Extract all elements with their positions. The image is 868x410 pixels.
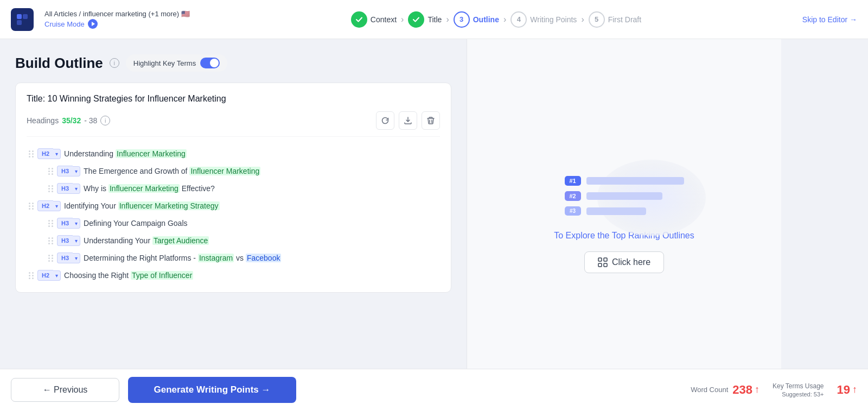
step-label-outline: Outline [473, 15, 499, 24]
flag-icon: 🇺🇸 [181, 10, 190, 18]
h-dropdown[interactable]: ▾ [53, 149, 61, 159]
step-label-first-draft: First Draft [608, 15, 641, 24]
ranking-visual: #1 #2 #3 [565, 176, 684, 216]
h-tag: H3 [57, 218, 73, 229]
drag-handle[interactable] [29, 150, 34, 157]
h-tag: H2 [37, 200, 53, 211]
item-text: Choosing the Right Type of Influencer [64, 271, 438, 280]
footer-stats: Word Count 238 ↑ Key Terms Usage Suggest… [691, 382, 857, 398]
heading-badge-h3: H3 ▾ [57, 253, 80, 263]
generate-writing-points-button[interactable]: Generate Writing Points → [128, 377, 296, 403]
skip-to-editor-link[interactable]: Skip to Editor → [802, 15, 857, 24]
heading-badge-h3: H3 ▾ [57, 218, 80, 229]
rank-badge-1: #1 [565, 176, 581, 186]
key-terms-group: Key Terms Usage Suggested: 53+ [773, 382, 824, 398]
main-content: Build Outline i Highlight Key Terms Titl… [0, 39, 868, 410]
generate-label: Generate Writing Points → [154, 384, 270, 395]
h-dropdown[interactable]: ▾ [73, 166, 80, 176]
click-here-button[interactable]: Click here [584, 251, 664, 273]
headings-label: Headings 35/32 - 38 i [27, 116, 110, 125]
outline-item: H3 ▾ Defining Your Campaign Goals [27, 215, 440, 231]
word-count-value: 238 ↑ [732, 383, 760, 397]
breadcrumb: All Articles / influencer marketing (+1 … [44, 10, 190, 18]
drag-handle[interactable] [48, 255, 54, 262]
outline-item: H3 ▾ The Emergence and Growth of Influen… [27, 163, 440, 179]
step-label-writing-points: Writing Points [530, 15, 577, 24]
panel-title: Build Outline [15, 55, 103, 72]
h-dropdown[interactable]: ▾ [53, 270, 61, 281]
drag-handle[interactable] [29, 203, 34, 210]
h-dropdown[interactable]: ▾ [73, 218, 80, 229]
outline-item: H3 ▾ Understanding Your Target Audience [27, 232, 440, 249]
headings-range: - 38 [84, 116, 97, 125]
highlight-green: Influencer Marketing [108, 184, 180, 193]
headings-count: 35/32 [62, 116, 81, 125]
heading-badge-h3: H3 ▾ [57, 235, 80, 246]
toggle-switch[interactable] [200, 58, 220, 68]
h-dropdown[interactable]: ▾ [73, 236, 80, 246]
highlight-green: Target Audience [152, 236, 209, 245]
heading-badge-h2: H2 ▾ [37, 270, 61, 281]
item-text: Why is Influencer Marketing Effective? [84, 184, 438, 193]
step-context[interactable]: Context [351, 11, 397, 28]
item-text: Understanding Influencer Marketing [64, 149, 438, 158]
outline-item: H2 ▾ Identifying Your Influencer Marketi… [27, 198, 440, 214]
cruise-mode-label: Cruise Mode [44, 20, 85, 28]
drag-handle[interactable] [48, 185, 54, 192]
outline-item: H3 ▾ Determining the Right Platforms - I… [27, 250, 440, 266]
step-circle-writing-points: 4 [510, 11, 527, 28]
breadcrumb-text: All Articles / influencer marketing (+1 … [44, 10, 179, 18]
rank-item-2: #2 [565, 191, 662, 201]
svg-rect-0 [17, 14, 22, 19]
step-title[interactable]: Title [408, 11, 442, 28]
cruise-mode-button[interactable]: Cruise Mode [44, 19, 190, 29]
download-button[interactable] [399, 111, 417, 130]
h-tag: H2 [37, 270, 53, 281]
h-dropdown[interactable]: ▾ [53, 201, 61, 211]
rank-badge-3: #3 [565, 206, 581, 216]
step-outline[interactable]: 3 Outline [454, 11, 499, 28]
previous-label: ← Previous [43, 385, 88, 395]
step-label-title: Title [427, 15, 442, 24]
drag-handle[interactable] [48, 237, 54, 244]
drag-handle[interactable] [29, 272, 34, 279]
h-dropdown[interactable]: ▾ [73, 253, 80, 263]
drag-handle[interactable] [48, 220, 54, 227]
key-terms-sub: Suggested: 53+ [782, 391, 824, 398]
expand-icon [598, 257, 608, 267]
highlight-facebook: Facebook [246, 254, 281, 262]
arrow-4: › [581, 15, 584, 24]
h-tag: H3 [57, 166, 73, 176]
delete-button[interactable] [422, 111, 440, 130]
highlight-toggle-label: Highlight Key Terms [133, 59, 196, 67]
h-tag: H3 [57, 183, 73, 194]
info-icon[interactable]: i [110, 58, 119, 68]
svg-rect-4 [604, 258, 607, 261]
outline-document-title: Title: 10 Winning Strategies for Influen… [27, 94, 440, 104]
header: All Articles / influencer marketing (+1 … [0, 0, 868, 39]
drag-handle[interactable] [48, 168, 54, 175]
h-dropdown[interactable]: ▾ [73, 184, 80, 194]
step-label-context: Context [371, 15, 397, 24]
highlight-green: Influencer Marketing [189, 167, 260, 175]
h-tag: H3 [57, 253, 73, 263]
left-panel: Build Outline i Highlight Key Terms Titl… [0, 39, 467, 410]
outline-item: H2 ▾ Choosing the Right Type of Influenc… [27, 267, 440, 283]
refresh-button[interactable] [376, 111, 394, 130]
svg-rect-5 [598, 263, 602, 267]
heading-badge-h2: H2 ▾ [37, 200, 61, 211]
previous-button[interactable]: ← Previous [11, 378, 119, 402]
rank-bar-1 [586, 177, 684, 185]
step-first-draft[interactable]: 5 First Draft [589, 11, 641, 28]
word-count-label: Word Count [691, 386, 728, 394]
headings-info-icon[interactable]: i [100, 116, 110, 125]
outline-card: Title: 10 Winning Strategies for Influen… [15, 83, 451, 293]
step-writing-points[interactable]: 4 Writing Points [510, 11, 577, 28]
highlight-toggle[interactable]: Highlight Key Terms [126, 54, 227, 72]
h-tag: H3 [57, 235, 73, 246]
footer: ← Previous Generate Writing Points → Wor… [0, 369, 868, 410]
item-text: Defining Your Campaign Goals [84, 219, 438, 228]
rank-bar-2 [586, 192, 662, 200]
step-circle-outline: 3 [454, 11, 470, 28]
outline-item: H3 ▾ Why is Influencer Marketing Effecti… [27, 180, 440, 197]
